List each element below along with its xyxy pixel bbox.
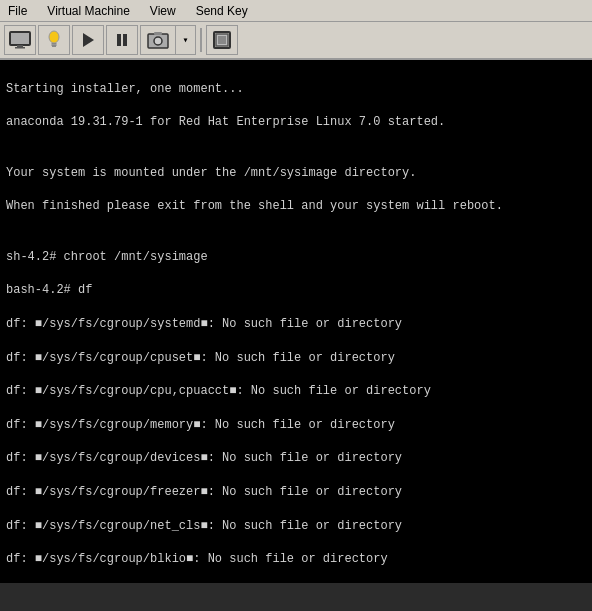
terminal-line-14: df: ■/sys/fs/cgroup/net_cls■: No such fi… bbox=[6, 518, 586, 535]
svg-rect-12 bbox=[154, 32, 162, 35]
terminal-line-9: df: ■/sys/fs/cgroup/cpuset■: No such fil… bbox=[6, 350, 586, 367]
svg-marker-7 bbox=[83, 33, 94, 47]
svg-rect-15 bbox=[218, 36, 226, 44]
terminal-line-12: df: ■/sys/fs/cgroup/devices■: No such fi… bbox=[6, 450, 586, 467]
svg-rect-1 bbox=[17, 45, 23, 47]
svg-rect-0 bbox=[10, 32, 30, 45]
monitor-button[interactable] bbox=[4, 25, 36, 55]
pause-button[interactable] bbox=[106, 25, 138, 55]
snapshot-group: ▾ bbox=[140, 25, 196, 55]
terminal-line-6: sh-4.2# chroot /mnt/sysimage bbox=[6, 249, 586, 266]
svg-rect-2 bbox=[15, 47, 25, 49]
svg-rect-4 bbox=[52, 43, 57, 45]
toolbar-separator bbox=[200, 28, 202, 52]
snapshot-button[interactable] bbox=[140, 25, 176, 55]
terminal-line-11: df: ■/sys/fs/cgroup/memory■: No such fil… bbox=[6, 417, 586, 434]
menu-virtualmachine[interactable]: Virtual Machine bbox=[43, 2, 134, 20]
terminal-line-0: Starting installer, one moment... bbox=[6, 81, 586, 98]
svg-point-11 bbox=[154, 37, 162, 45]
terminal: Starting installer, one moment... anacon… bbox=[0, 60, 592, 583]
menu-sendkey[interactable]: Send Key bbox=[192, 2, 252, 20]
menu-file[interactable]: File bbox=[4, 2, 31, 20]
bulb-button[interactable] bbox=[38, 25, 70, 55]
terminal-line-8: df: ■/sys/fs/cgroup/systemd■: No such fi… bbox=[6, 316, 586, 333]
svg-rect-8 bbox=[117, 34, 121, 46]
menu-view[interactable]: View bbox=[146, 2, 180, 20]
svg-rect-6 bbox=[52, 46, 56, 47]
svg-point-3 bbox=[49, 31, 59, 43]
terminal-line-4: When finished please exit from the shell… bbox=[6, 198, 586, 215]
terminal-line-1: anaconda 19.31.79-1 for Red Hat Enterpri… bbox=[6, 114, 586, 131]
terminal-line-3: Your system is mounted under the /mnt/sy… bbox=[6, 165, 586, 182]
terminal-line-10: df: ■/sys/fs/cgroup/cpu,cpuacct■: No suc… bbox=[6, 383, 586, 400]
terminal-line-13: df: ■/sys/fs/cgroup/freezer■: No such fi… bbox=[6, 484, 586, 501]
svg-rect-5 bbox=[52, 45, 57, 47]
svg-rect-9 bbox=[123, 34, 127, 46]
terminal-line-15: df: ■/sys/fs/cgroup/blkio■: No such file… bbox=[6, 551, 586, 568]
play-button[interactable] bbox=[72, 25, 104, 55]
menubar: File Virtual Machine View Send Key bbox=[0, 0, 592, 22]
snapshot-dropdown[interactable]: ▾ bbox=[176, 25, 196, 55]
toolbar: ▾ bbox=[0, 22, 592, 60]
terminal-line-7: bash-4.2# df bbox=[6, 282, 586, 299]
fullscreen-button[interactable] bbox=[206, 25, 238, 55]
